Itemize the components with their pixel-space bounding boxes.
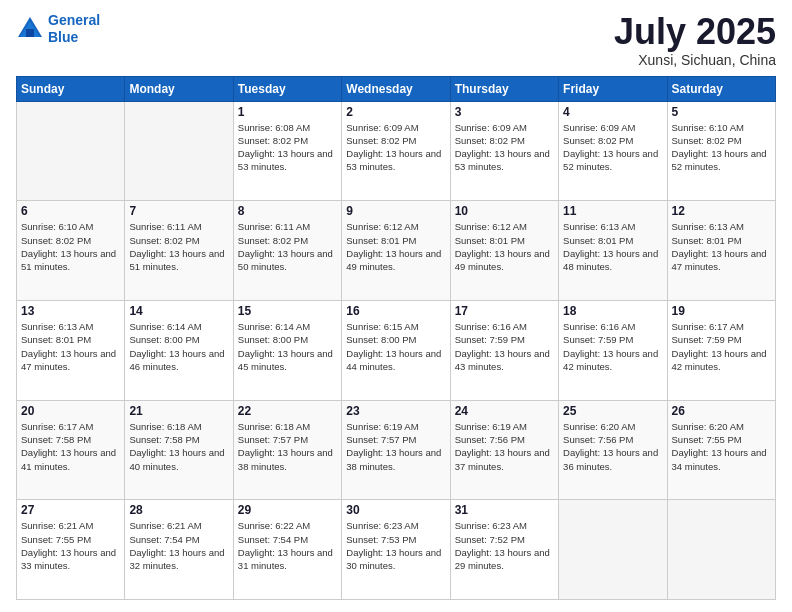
day-info: Sunrise: 6:09 AMSunset: 8:02 PMDaylight:… (455, 121, 554, 174)
table-row (17, 101, 125, 201)
day-number: 14 (129, 304, 228, 318)
sunset: Sunset: 7:54 PM (238, 534, 308, 545)
sunset: Sunset: 7:55 PM (672, 434, 742, 445)
col-monday: Monday (125, 76, 233, 101)
day-number: 24 (455, 404, 554, 418)
daylight: Daylight: 13 hours and 49 minutes. (346, 248, 441, 272)
calendar-week-4: 20Sunrise: 6:17 AMSunset: 7:58 PMDayligh… (17, 400, 776, 500)
day-info: Sunrise: 6:09 AMSunset: 8:02 PMDaylight:… (346, 121, 445, 174)
sunrise: Sunrise: 6:13 AM (672, 221, 744, 232)
day-number: 17 (455, 304, 554, 318)
sunrise: Sunrise: 6:08 AM (238, 122, 310, 133)
daylight: Daylight: 13 hours and 50 minutes. (238, 248, 333, 272)
daylight: Daylight: 13 hours and 51 minutes. (21, 248, 116, 272)
day-info: Sunrise: 6:18 AMSunset: 7:58 PMDaylight:… (129, 420, 228, 473)
daylight: Daylight: 13 hours and 52 minutes. (563, 148, 658, 172)
sunrise: Sunrise: 6:22 AM (238, 520, 310, 531)
logo-icon (16, 15, 44, 43)
table-row: 12Sunrise: 6:13 AMSunset: 8:01 PMDayligh… (667, 201, 775, 301)
day-info: Sunrise: 6:21 AMSunset: 7:54 PMDaylight:… (129, 519, 228, 572)
day-info: Sunrise: 6:09 AMSunset: 8:02 PMDaylight:… (563, 121, 662, 174)
day-info: Sunrise: 6:17 AMSunset: 7:58 PMDaylight:… (21, 420, 120, 473)
sunrise: Sunrise: 6:13 AM (21, 321, 93, 332)
day-info: Sunrise: 6:12 AMSunset: 8:01 PMDaylight:… (455, 220, 554, 273)
sunrise: Sunrise: 6:12 AM (455, 221, 527, 232)
day-number: 28 (129, 503, 228, 517)
sunrise: Sunrise: 6:11 AM (129, 221, 201, 232)
col-saturday: Saturday (667, 76, 775, 101)
day-info: Sunrise: 6:11 AMSunset: 8:02 PMDaylight:… (238, 220, 337, 273)
day-info: Sunrise: 6:14 AMSunset: 8:00 PMDaylight:… (129, 320, 228, 373)
col-tuesday: Tuesday (233, 76, 341, 101)
table-row: 2Sunrise: 6:09 AMSunset: 8:02 PMDaylight… (342, 101, 450, 201)
table-row: 8Sunrise: 6:11 AMSunset: 8:02 PMDaylight… (233, 201, 341, 301)
day-number: 27 (21, 503, 120, 517)
day-info: Sunrise: 6:10 AMSunset: 8:02 PMDaylight:… (21, 220, 120, 273)
sunset: Sunset: 7:53 PM (346, 534, 416, 545)
sunrise: Sunrise: 6:17 AM (672, 321, 744, 332)
day-info: Sunrise: 6:18 AMSunset: 7:57 PMDaylight:… (238, 420, 337, 473)
sunset: Sunset: 8:02 PM (238, 135, 308, 146)
day-info: Sunrise: 6:13 AMSunset: 8:01 PMDaylight:… (563, 220, 662, 273)
table-row: 29Sunrise: 6:22 AMSunset: 7:54 PMDayligh… (233, 500, 341, 600)
daylight: Daylight: 13 hours and 38 minutes. (238, 447, 333, 471)
day-number: 10 (455, 204, 554, 218)
daylight: Daylight: 13 hours and 31 minutes. (238, 547, 333, 571)
table-row: 18Sunrise: 6:16 AMSunset: 7:59 PMDayligh… (559, 300, 667, 400)
day-number: 15 (238, 304, 337, 318)
day-number: 20 (21, 404, 120, 418)
sunset: Sunset: 8:02 PM (455, 135, 525, 146)
logo-blue: Blue (48, 29, 100, 46)
daylight: Daylight: 13 hours and 45 minutes. (238, 348, 333, 372)
sunset: Sunset: 8:02 PM (563, 135, 633, 146)
table-row: 30Sunrise: 6:23 AMSunset: 7:53 PMDayligh… (342, 500, 450, 600)
day-number: 23 (346, 404, 445, 418)
table-row: 20Sunrise: 6:17 AMSunset: 7:58 PMDayligh… (17, 400, 125, 500)
table-row: 24Sunrise: 6:19 AMSunset: 7:56 PMDayligh… (450, 400, 558, 500)
sunrise: Sunrise: 6:17 AM (21, 421, 93, 432)
day-info: Sunrise: 6:19 AMSunset: 7:56 PMDaylight:… (455, 420, 554, 473)
sunrise: Sunrise: 6:18 AM (129, 421, 201, 432)
location: Xunsi, Sichuan, China (614, 52, 776, 68)
table-row (667, 500, 775, 600)
day-number: 13 (21, 304, 120, 318)
day-info: Sunrise: 6:13 AMSunset: 8:01 PMDaylight:… (672, 220, 771, 273)
title-block: July 2025 Xunsi, Sichuan, China (614, 12, 776, 68)
sunset: Sunset: 8:02 PM (129, 235, 199, 246)
sunset: Sunset: 7:58 PM (129, 434, 199, 445)
page: General Blue July 2025 Xunsi, Sichuan, C… (0, 0, 792, 612)
daylight: Daylight: 13 hours and 32 minutes. (129, 547, 224, 571)
table-row: 16Sunrise: 6:15 AMSunset: 8:00 PMDayligh… (342, 300, 450, 400)
sunset: Sunset: 8:01 PM (563, 235, 633, 246)
day-number: 3 (455, 105, 554, 119)
day-number: 7 (129, 204, 228, 218)
col-thursday: Thursday (450, 76, 558, 101)
day-info: Sunrise: 6:14 AMSunset: 8:00 PMDaylight:… (238, 320, 337, 373)
sunrise: Sunrise: 6:19 AM (455, 421, 527, 432)
daylight: Daylight: 13 hours and 52 minutes. (672, 148, 767, 172)
table-row: 3Sunrise: 6:09 AMSunset: 8:02 PMDaylight… (450, 101, 558, 201)
daylight: Daylight: 13 hours and 34 minutes. (672, 447, 767, 471)
sunrise: Sunrise: 6:20 AM (563, 421, 635, 432)
day-number: 8 (238, 204, 337, 218)
table-row: 5Sunrise: 6:10 AMSunset: 8:02 PMDaylight… (667, 101, 775, 201)
sunrise: Sunrise: 6:12 AM (346, 221, 418, 232)
day-info: Sunrise: 6:16 AMSunset: 7:59 PMDaylight:… (455, 320, 554, 373)
day-info: Sunrise: 6:12 AMSunset: 8:01 PMDaylight:… (346, 220, 445, 273)
table-row: 17Sunrise: 6:16 AMSunset: 7:59 PMDayligh… (450, 300, 558, 400)
daylight: Daylight: 13 hours and 30 minutes. (346, 547, 441, 571)
table-row: 10Sunrise: 6:12 AMSunset: 8:01 PMDayligh… (450, 201, 558, 301)
header: General Blue July 2025 Xunsi, Sichuan, C… (16, 12, 776, 68)
daylight: Daylight: 13 hours and 51 minutes. (129, 248, 224, 272)
sunrise: Sunrise: 6:14 AM (238, 321, 310, 332)
table-row: 7Sunrise: 6:11 AMSunset: 8:02 PMDaylight… (125, 201, 233, 301)
day-number: 11 (563, 204, 662, 218)
calendar-week-3: 13Sunrise: 6:13 AMSunset: 8:01 PMDayligh… (17, 300, 776, 400)
day-number: 4 (563, 105, 662, 119)
day-info: Sunrise: 6:23 AMSunset: 7:52 PMDaylight:… (455, 519, 554, 572)
day-number: 12 (672, 204, 771, 218)
day-info: Sunrise: 6:20 AMSunset: 7:56 PMDaylight:… (563, 420, 662, 473)
daylight: Daylight: 13 hours and 47 minutes. (21, 348, 116, 372)
day-number: 18 (563, 304, 662, 318)
col-wednesday: Wednesday (342, 76, 450, 101)
